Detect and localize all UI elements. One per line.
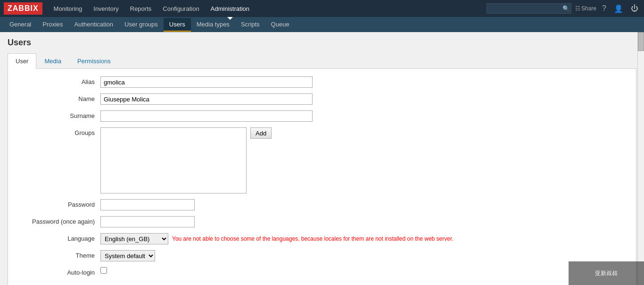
form-area: Alias Name Surname Groups Add Password: [8, 69, 636, 285]
tab-permissions[interactable]: Permissions: [69, 53, 119, 68]
watermark-text: 亚新叔叔: [595, 269, 618, 277]
alias-label: Alias: [16, 76, 100, 85]
autologin-label: Auto-login: [16, 267, 100, 276]
nav-inventory[interactable]: Inventory: [88, 1, 124, 16]
subnav-general[interactable]: General: [4, 18, 37, 32]
name-row: Name: [16, 93, 628, 105]
top-navigation: ZABBIX Monitoring Inventory Reports Conf…: [0, 0, 644, 17]
search-wrapper: 🔍: [487, 3, 571, 14]
alias-input[interactable]: [100, 76, 313, 88]
name-label: Name: [16, 93, 100, 102]
surname-row: Surname: [16, 110, 628, 122]
nav-monitoring[interactable]: Monitoring: [48, 1, 88, 16]
subnav-users[interactable]: Users: [164, 18, 191, 32]
groups-container: Add: [100, 127, 272, 193]
subnav-scripts[interactable]: Scripts: [235, 18, 265, 32]
top-nav-items: Monitoring Inventory Reports Configurati…: [48, 1, 487, 16]
theme-row: Theme System defaultBlueDark: [16, 250, 628, 261]
subnav-authentication[interactable]: Authentication: [69, 18, 119, 32]
page-scrollbar[interactable]: [637, 32, 644, 285]
add-group-button[interactable]: Add: [250, 127, 272, 139]
subnav-queue[interactable]: Queue: [265, 18, 295, 32]
surname-input[interactable]: [100, 110, 313, 122]
theme-label: Theme: [16, 250, 100, 259]
autologin-row: Auto-login: [16, 267, 628, 276]
language-row-content: English (en_GB)Chinese (zh_CN)French (fr…: [100, 233, 454, 244]
watermark-overlay: 亚新叔叔: [569, 261, 644, 285]
groups-label: Groups: [16, 127, 100, 136]
name-input[interactable]: [100, 93, 313, 105]
language-row: Language English (en_GB)Chinese (zh_CN)F…: [16, 233, 628, 244]
language-select[interactable]: English (en_GB)Chinese (zh_CN)French (fr…: [100, 233, 168, 244]
nav-reports[interactable]: Reports: [124, 1, 157, 16]
autologin-checkbox[interactable]: [100, 267, 107, 274]
tab-media[interactable]: Media: [36, 53, 69, 68]
help-icon[interactable]: ?: [600, 2, 608, 15]
nav-administration[interactable]: Administration: [205, 1, 255, 16]
password-label: Password: [16, 199, 100, 208]
groups-listbox-wrapper: [100, 127, 247, 193]
search-input[interactable]: [487, 3, 571, 14]
top-nav-right: 🔍 ☷ Share ? 👤 ⏻: [487, 2, 640, 15]
search-button[interactable]: 🔍: [562, 5, 570, 12]
language-label: Language: [16, 233, 100, 242]
page-title: Users: [8, 38, 636, 48]
zabbix-logo[interactable]: ZABBIX: [4, 2, 42, 15]
groups-listbox[interactable]: [100, 127, 247, 193]
language-warning: You are not able to choose some of the l…: [172, 235, 454, 242]
form-tabs: User Media Permissions: [8, 53, 636, 69]
user-icon[interactable]: 👤: [612, 2, 625, 15]
scrollbar-thumb[interactable]: [638, 32, 644, 51]
password-again-input[interactable]: [100, 216, 195, 227]
groups-row: Groups Add: [16, 127, 628, 193]
share-icon: ☷: [575, 5, 580, 12]
subnav-proxies[interactable]: Proxies: [37, 18, 68, 32]
password-row: Password: [16, 199, 628, 210]
nav-configuration[interactable]: Configuration: [157, 1, 205, 16]
theme-select[interactable]: System defaultBlueDark: [100, 250, 155, 261]
subnav-user-groups[interactable]: User groups: [119, 18, 164, 32]
password-again-row: Password (once again): [16, 216, 628, 227]
tab-user[interactable]: User: [8, 53, 36, 69]
sub-nav-items: General Proxies Authentication User grou…: [4, 18, 295, 32]
subnav-media-types[interactable]: Media types: [191, 18, 235, 32]
password-input[interactable]: [100, 199, 195, 210]
share-button[interactable]: ☷ Share: [575, 5, 596, 12]
sub-navigation: General Proxies Authentication User grou…: [0, 17, 644, 32]
power-icon[interactable]: ⏻: [629, 2, 640, 15]
page-content: Users User Media Permissions Alias Name …: [0, 32, 644, 285]
alias-row: Alias: [16, 76, 628, 88]
password-again-label: Password (once again): [16, 216, 100, 225]
surname-label: Surname: [16, 110, 100, 119]
